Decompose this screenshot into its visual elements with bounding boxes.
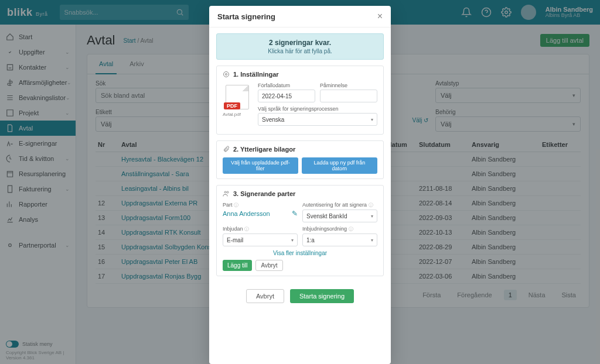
attachment-icon bbox=[223, 146, 230, 153]
section-attachments: 2. Ytterligare bilagor Välj från uppladd… bbox=[216, 140, 384, 179]
forfallo-label: Förfallodatum bbox=[258, 83, 315, 88]
edit-icon[interactable]: ✎ bbox=[292, 210, 298, 218]
svg-point-6 bbox=[224, 72, 229, 77]
users-icon bbox=[223, 190, 230, 197]
paminnelse-input[interactable] bbox=[320, 90, 377, 102]
part-name-link[interactable]: Anna Andersson bbox=[223, 210, 270, 217]
language-label: Välj språk för signeringsprocessen bbox=[258, 106, 377, 112]
chevron-down-icon: ▾ bbox=[371, 238, 373, 243]
order-label: Inbjudningsordning ⓘ bbox=[302, 226, 377, 232]
chevron-down-icon: ▾ bbox=[291, 238, 294, 243]
invite-select[interactable]: E-mail▾ bbox=[223, 233, 298, 246]
section-settings: 1. Inställningar PDF Avtal.pdf Förfall bbox=[216, 66, 384, 135]
chevron-down-icon: ▾ bbox=[371, 117, 373, 122]
language-select[interactable]: Svenska▾ bbox=[258, 113, 377, 126]
modal-overlay: Starta signering × 2 signeringar kvar. K… bbox=[0, 0, 600, 364]
svg-point-8 bbox=[227, 191, 229, 193]
modal-start-signing-button[interactable]: Starta signering bbox=[290, 289, 354, 303]
cancel-party-button[interactable]: Avbryt bbox=[255, 260, 282, 271]
paminnelse-label: Påminnelse bbox=[320, 83, 377, 88]
part-label: Part ⓘ bbox=[223, 202, 298, 208]
pdf-filename: Avtal.pdf bbox=[223, 112, 252, 117]
pdf-thumbnail[interactable]: PDF bbox=[223, 83, 252, 109]
start-signing-modal: Starta signering × 2 signeringar kvar. K… bbox=[209, 6, 391, 364]
upload-new-pdf-button[interactable]: Ladda upp ny pdf från datorn bbox=[302, 157, 377, 174]
section-signing-parties: 3. Signerande parter Part ⓘ Anna Anderss… bbox=[216, 185, 384, 276]
svg-point-7 bbox=[224, 191, 226, 193]
invite-label: Inbjudan ⓘ bbox=[223, 226, 298, 232]
chevron-down-icon: ▾ bbox=[371, 214, 373, 219]
help-icon[interactable]: ⓘ bbox=[234, 202, 238, 208]
forfallo-input[interactable] bbox=[258, 90, 315, 102]
add-party-button[interactable]: Lägg till bbox=[223, 260, 252, 271]
help-icon[interactable]: ⓘ bbox=[244, 226, 249, 232]
order-select[interactable]: 1:a▾ bbox=[302, 233, 377, 246]
choose-uploaded-pdf-button[interactable]: Välj från uppladdade pdf-filer bbox=[223, 157, 298, 174]
modal-title: Starta signering bbox=[217, 12, 275, 21]
gear-icon bbox=[223, 71, 230, 78]
auth-select[interactable]: Svenskt BankId▾ bbox=[302, 210, 377, 222]
auth-label: Autentisering för att signera ⓘ bbox=[302, 202, 377, 208]
modal-cancel-button[interactable]: Avbryt bbox=[246, 289, 284, 303]
help-icon[interactable]: ⓘ bbox=[369, 202, 373, 208]
signings-left-banner[interactable]: 2 signeringar kvar. Klicka här för att f… bbox=[216, 33, 384, 60]
close-icon[interactable]: × bbox=[377, 12, 383, 21]
svg-point-5 bbox=[226, 74, 227, 75]
help-icon[interactable]: ⓘ bbox=[349, 226, 353, 232]
show-more-settings-link[interactable]: Visa fler inställningar bbox=[223, 250, 377, 256]
pdf-badge-icon: PDF bbox=[224, 102, 240, 109]
